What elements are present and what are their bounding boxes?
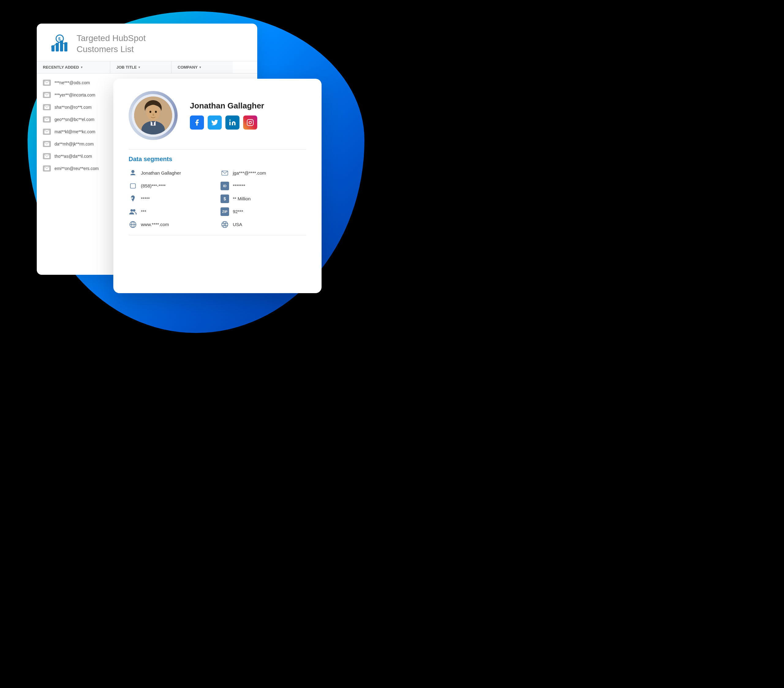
email-icon xyxy=(221,169,229,177)
chevron-down-icon: ▾ xyxy=(199,66,201,69)
instagram-icon[interactable] xyxy=(243,115,257,130)
data-id: ID ******* xyxy=(221,181,306,190)
avatar-image xyxy=(134,96,172,134)
card-header: $ Targeted HubSpot Customers List xyxy=(37,23,257,61)
location-icon xyxy=(128,195,137,203)
linkedin-icon[interactable] xyxy=(226,115,239,130)
recently-added-header[interactable]: RECENTLY ADDED ▾ xyxy=(37,61,110,73)
divider-bottom xyxy=(128,235,306,235)
email-icon xyxy=(43,116,51,122)
person-silhouette xyxy=(134,96,172,134)
svg-point-18 xyxy=(150,111,151,113)
twitter-icon[interactable] xyxy=(208,115,222,130)
email-icon xyxy=(43,104,51,110)
logo-icon: $ xyxy=(49,33,71,54)
data-email: jga***@****.com xyxy=(221,169,306,177)
email-icon xyxy=(43,129,51,135)
data-grid: Jonathan Gallagher jga***@****.com (858)… xyxy=(128,169,306,229)
svg-point-19 xyxy=(155,111,157,113)
data-country: USA xyxy=(221,220,306,229)
data-website: www.****.com xyxy=(128,220,214,229)
data-full-name: Jonathan Gallagher xyxy=(128,169,214,177)
id-icon: ID xyxy=(221,181,229,190)
country-icon xyxy=(221,220,229,229)
svg-rect-23 xyxy=(247,119,253,125)
data-segments-title: Data segments xyxy=(128,156,306,163)
card-title: Targeted HubSpot Customers List xyxy=(77,33,146,55)
avatar xyxy=(128,91,178,140)
employees-icon xyxy=(128,207,137,216)
data-phone: (858)***-**** xyxy=(128,181,214,190)
email-icon xyxy=(43,80,51,86)
profile-info: Jonathan Gallagher xyxy=(190,101,306,130)
website-icon xyxy=(128,220,137,229)
data-revenue: $ ** Million xyxy=(221,195,306,203)
profile-card: Jonathan Gallagher xyxy=(113,79,321,293)
svg-rect-26 xyxy=(130,183,136,188)
zip-icon: ZIP xyxy=(221,207,229,216)
email-icon xyxy=(43,153,51,159)
divider-top xyxy=(128,149,306,150)
email-icon xyxy=(43,92,51,98)
svg-point-38 xyxy=(222,221,228,228)
email-icon xyxy=(43,165,51,172)
dollar-icon: $ xyxy=(221,195,229,203)
data-location: ***** xyxy=(128,195,214,203)
facebook-icon[interactable] xyxy=(190,115,204,130)
profile-top: Jonathan Gallagher xyxy=(128,91,306,140)
svg-point-33 xyxy=(130,209,133,212)
job-title-header[interactable]: JOB TITLE ▾ xyxy=(110,61,171,73)
data-zip: ZIP 92*** xyxy=(221,207,306,216)
data-employees: *** xyxy=(128,207,214,216)
column-headers: RECENTLY ADDED ▾ JOB TITLE ▾ COMPANY ▾ xyxy=(37,61,257,74)
social-icons xyxy=(190,115,306,130)
chevron-down-icon: ▾ xyxy=(81,66,82,69)
chevron-down-icon: ▾ xyxy=(138,66,140,69)
company-header[interactable]: COMPANY ▾ xyxy=(171,61,233,73)
svg-rect-5 xyxy=(64,42,68,51)
phone-icon xyxy=(128,181,137,190)
svg-point-22 xyxy=(229,119,231,121)
profile-name: Jonathan Gallagher xyxy=(190,101,306,111)
person-icon xyxy=(128,169,137,177)
svg-point-34 xyxy=(133,209,135,212)
email-icon xyxy=(43,141,51,147)
